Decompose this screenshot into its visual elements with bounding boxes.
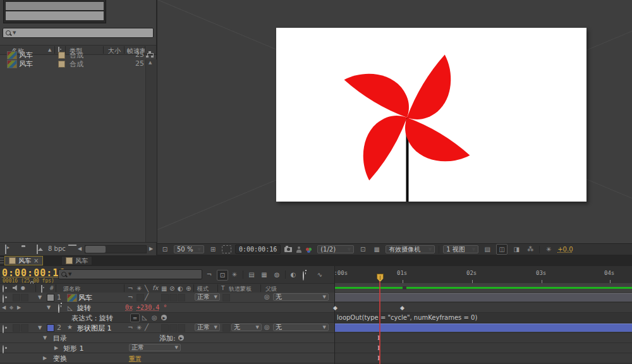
live-update-icon[interactable]: ⊡ <box>217 270 228 281</box>
property-name[interactable]: 旋转 <box>77 303 91 313</box>
switch-cell[interactable] <box>161 324 169 332</box>
switch-cell[interactable] <box>137 294 144 301</box>
transform-group-row[interactable]: ▶ 变换 重置 <box>0 353 334 363</box>
next-keyframe-icon[interactable]: ▶ <box>17 305 21 310</box>
column-index[interactable]: # <box>49 285 54 291</box>
draft-3d-icon[interactable]: ✳ <box>229 270 240 279</box>
transparency-grid-icon[interactable]: ▦ <box>372 245 382 254</box>
parent-pickwhip-icon[interactable]: ◎ <box>264 294 270 300</box>
enable-expression-icon[interactable]: = <box>130 313 140 322</box>
panel-grip[interactable] <box>0 257 4 265</box>
shy-layers-icon[interactable]: ▤ <box>246 270 257 279</box>
grid-guides-icon[interactable]: ⊞ <box>208 245 218 254</box>
switch-cell[interactable] <box>178 324 185 332</box>
show-channels-icon[interactable] <box>306 246 313 253</box>
always-preview-icon[interactable]: ⊡ <box>160 245 170 254</box>
project-item-row[interactable]: 风车 合成 25 <box>0 51 156 59</box>
collapse-switch[interactable]: ¬ <box>128 294 133 301</box>
tab-label[interactable]: 风车 <box>18 257 31 265</box>
timeline-search-input[interactable]: ▼ <box>58 269 202 279</box>
add-label[interactable]: 添加: <box>159 334 176 343</box>
expression-pickwhip-icon[interactable]: ◎ <box>152 315 157 321</box>
close-icon[interactable]: × <box>33 257 39 264</box>
frame-blend-switch-icon[interactable]: ▦ <box>161 286 167 292</box>
collapse-switch[interactable]: ¬ <box>128 325 133 331</box>
layer-row-2[interactable]: ▼ 2 ★ 形状图层 1 ¬ ✳ ╱ 正常▼ 无▼ ◎ 无▼ <box>0 323 334 333</box>
timeline-tab-inactive[interactable]: 风车 <box>61 256 92 265</box>
add-keyframe-icon[interactable]: ◆ <box>9 305 13 310</box>
keyframe-diamond[interactable]: ◆ <box>400 305 404 311</box>
contents-group-row[interactable]: ▼ 目录 添加: ▶ <box>0 333 334 343</box>
current-timecode[interactable]: 0:00:00:16 <box>2 267 65 279</box>
track-matte-dropdown[interactable]: 无▼ <box>231 324 262 331</box>
rotation-property-row[interactable]: ◀ ◆ ▶ ▼ ◺ 旋转 0x +230.4 ° <box>0 303 334 313</box>
expand-triangle-icon[interactable]: ▼ <box>38 295 42 300</box>
snapshot-camera-icon[interactable] <box>284 247 292 252</box>
group-name[interactable]: 变换 <box>53 354 67 363</box>
exposure-fan-icon[interactable]: ✳ <box>544 245 554 254</box>
label-color-swatch[interactable] <box>58 61 65 68</box>
project-search-input[interactable]: ▼ <box>3 28 154 38</box>
solo-cell[interactable] <box>21 324 28 332</box>
expand-triangle-icon[interactable]: ▼ <box>38 325 42 331</box>
mask-visibility-icon[interactable] <box>222 245 231 253</box>
keyframe-diamond[interactable]: ◆ <box>333 305 337 311</box>
playhead-line[interactable] <box>379 274 380 364</box>
comp-flowchart-icon[interactable]: ⁂ <box>525 245 535 254</box>
expression-language-menu-icon[interactable]: ▶ <box>161 315 167 320</box>
group-name[interactable]: 目录 <box>53 334 67 343</box>
show-snapshot-icon[interactable] <box>296 246 302 253</box>
rect-group-row[interactable]: ▶ 矩形 1 正常▼ <box>0 343 334 353</box>
magnification-dropdown[interactable]: 50 %▼ <box>174 245 204 253</box>
brainstorm-icon[interactable]: ◐ <box>288 270 298 279</box>
region-of-interest-icon[interactable]: ⊡ <box>358 245 368 254</box>
expand-triangle-icon[interactable]: ▼ <box>43 336 47 341</box>
quality-switch[interactable]: ╱ <box>145 294 149 300</box>
threed-switch-icon[interactable]: ⊕ <box>186 286 191 292</box>
resolution-dropdown[interactable]: (1/2)▼ <box>317 245 354 253</box>
fx-switch-icon[interactable]: fx <box>152 285 158 291</box>
label-color-swatch[interactable] <box>47 324 54 332</box>
parent-pickwhip-icon[interactable]: ◎ <box>264 324 270 331</box>
item-name[interactable]: 风车 <box>19 59 33 69</box>
switch-cell[interactable] <box>169 324 177 332</box>
adjustment-switch-icon[interactable]: ◐ <box>178 286 183 292</box>
blend-mode-dropdown[interactable]: 正常▼ <box>195 324 220 331</box>
prev-keyframe-icon[interactable]: ◀ <box>2 305 6 310</box>
column-t[interactable]: T <box>221 285 225 291</box>
label-color-swatch[interactable] <box>47 294 54 301</box>
parent-dropdown[interactable]: 无▼ <box>273 293 329 301</box>
preserve-transparency-cell[interactable] <box>222 294 230 301</box>
timeline-button-icon[interactable]: ◨ <box>511 245 521 254</box>
layer-name[interactable]: 风车 <box>78 293 92 303</box>
project-vertical-scrollbar[interactable]: ▲ <box>145 59 157 242</box>
quality-switch[interactable]: ╱ <box>145 324 149 331</box>
auto-keyframe-icon[interactable] <box>303 272 304 280</box>
stopwatch-icon[interactable] <box>58 305 59 313</box>
switch-cell[interactable] <box>178 294 185 301</box>
item-name[interactable]: 风车 <box>19 51 33 60</box>
reset-link[interactable]: 重置 <box>129 355 142 363</box>
layer-name[interactable]: 形状图层 1 <box>77 324 112 333</box>
timeline-tab-active[interactable]: 风车 × <box>4 256 43 265</box>
expand-triangle-icon[interactable]: ▼ <box>47 305 51 310</box>
add-menu-icon[interactable]: ▶ <box>178 335 184 341</box>
expression-row[interactable]: 表达式：旋转 = ◺ ◎ ▶ <box>0 313 334 323</box>
view-layout-dropdown[interactable]: 1 视图▼ <box>443 245 478 253</box>
comp-mini-flowchart-icon[interactable]: ¬ <box>204 270 214 279</box>
audio-cell[interactable] <box>13 324 20 332</box>
audio-cell[interactable] <box>13 294 20 301</box>
shy-switch-icon[interactable]: ¬ <box>128 286 133 292</box>
frame-blending-icon[interactable]: ▦ <box>259 270 269 279</box>
switch-cell[interactable] <box>161 294 169 301</box>
preserve-transparency-cell[interactable] <box>222 324 230 332</box>
label-column-tag-icon[interactable] <box>41 285 42 293</box>
viewer-timecode[interactable]: 0:00:00:16 <box>235 245 281 254</box>
switch-cell[interactable] <box>169 294 177 301</box>
rotation-value[interactable]: 0x +230.4 ° <box>125 304 167 311</box>
tab-label[interactable]: 风车 <box>75 257 88 265</box>
pixel-aspect-correction-icon[interactable]: ◫ <box>496 244 507 255</box>
bit-depth-label[interactable]: 8 bpc <box>48 245 66 252</box>
rect-blend-mode-dropdown[interactable]: 正常▼ <box>129 344 181 351</box>
search-options-caret-icon[interactable]: ▼ <box>13 30 16 35</box>
